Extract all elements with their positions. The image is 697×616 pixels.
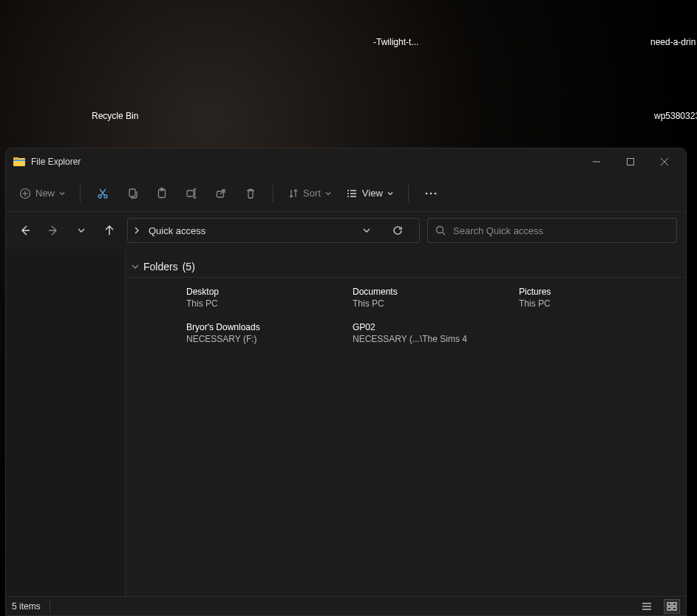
separator [273,185,273,202]
rename-button[interactable] [178,180,205,207]
file-explorer-window: File Explorer New [5,148,687,616]
paste-button[interactable] [149,180,175,207]
close-button[interactable] [647,150,681,174]
chevron-down-icon [59,191,65,196]
chevron-right-icon [134,227,140,234]
address-dropdown-button[interactable] [363,227,384,234]
paste-icon [156,188,168,199]
sort-button[interactable]: Sort [282,180,337,207]
svg-rect-17 [187,191,194,196]
minimize-button[interactable] [579,150,613,174]
svg-rect-37 [667,603,671,606]
chevron-down-icon [325,191,331,196]
more-icon [425,192,437,195]
search-icon [435,225,446,236]
folder-grid: Desktop This PC Documents This PC Pictur… [126,282,686,344]
folder-location: NECESSARY (F:) [186,334,353,344]
breadcrumb-location[interactable]: Quick access [149,225,205,236]
svg-point-29 [426,192,428,194]
chevron-down-icon [132,263,139,270]
desktop-icon-label[interactable]: wp5380323 [654,111,697,121]
sort-icon [288,188,299,199]
svg-rect-40 [673,607,676,610]
chevron-down-icon [363,227,370,234]
svg-point-25 [347,193,349,194]
svg-point-11 [104,195,107,198]
chevron-down-icon [78,227,85,234]
content-pane[interactable]: Folders (5) Desktop This PC Documents Th… [126,249,686,596]
folder-item[interactable]: Pictures This PC [519,287,685,309]
search-input[interactable] [453,225,669,236]
chevron-down-icon [387,191,393,196]
folder-item[interactable]: Bryor's Downloads NECESSARY (F:) [186,322,353,344]
desktop-icon-label[interactable]: need-a-drin [650,37,696,47]
file-explorer-icon [13,156,25,168]
view-label: View [362,188,383,199]
forward-button[interactable] [43,220,64,241]
copy-button[interactable] [119,180,146,207]
explorer-body: Folders (5) Desktop This PC Documents Th… [6,249,686,596]
search-box[interactable] [427,218,677,243]
folder-item[interactable]: GP02 NECESSARY (...\The Sims 4 [353,322,519,344]
svg-line-33 [443,233,446,236]
more-button[interactable] [418,180,444,207]
desktop-icon-label[interactable]: -Twilight-t... [373,37,418,47]
arrow-up-icon [103,225,115,236]
svg-point-32 [437,227,443,233]
arrow-right-icon [47,225,59,236]
view-button[interactable]: View [340,180,399,207]
refresh-button[interactable] [392,225,413,236]
svg-point-10 [98,195,101,198]
group-header-folders[interactable]: Folders (5) [126,258,686,278]
arrow-left-icon [19,225,31,236]
desktop-icon-label[interactable]: Recycle Bin [92,111,138,121]
folder-name: Bryor's Downloads [186,322,353,332]
svg-rect-39 [667,607,671,610]
folder-name: GP02 [353,322,519,332]
svg-point-31 [435,192,437,194]
folder-item[interactable]: Desktop This PC [186,287,353,309]
status-bar: 5 items [6,596,686,615]
copy-icon [126,188,138,199]
svg-rect-38 [673,603,676,606]
refresh-icon [392,225,403,236]
separator [408,185,409,202]
svg-rect-4 [628,159,634,165]
recent-locations-button[interactable] [71,220,92,241]
folder-name: Desktop [186,287,353,297]
svg-rect-2 [13,160,25,161]
rename-icon [186,188,197,199]
thumbnails-view-toggle[interactable] [664,599,680,614]
sort-label: Sort [303,188,321,199]
svg-point-23 [347,190,349,191]
maximize-button[interactable] [613,150,647,174]
svg-point-30 [430,192,432,194]
svg-rect-1 [13,157,18,160]
new-button[interactable]: New [13,180,71,207]
item-count: 5 items [12,601,41,612]
cut-icon [97,188,109,199]
folder-location: This PC [353,298,519,309]
folder-item[interactable]: Documents This PC [353,287,519,309]
share-button[interactable] [208,180,234,207]
svg-point-27 [347,196,349,197]
group-label: Folders [143,261,178,273]
delete-button[interactable] [237,180,264,207]
grid-icon [667,602,677,611]
cut-button[interactable] [89,180,116,207]
folder-name: Pictures [519,287,685,297]
up-button[interactable] [99,220,120,241]
folder-name: Documents [353,287,519,297]
plus-circle-icon [19,188,31,199]
back-button[interactable] [15,220,35,241]
navigation-pane[interactable] [6,249,126,596]
folder-location: NECESSARY (...\The Sims 4 [353,334,519,344]
details-icon [642,602,652,611]
titlebar[interactable]: File Explorer [6,148,686,175]
folder-location: This PC [519,298,685,309]
svg-rect-14 [129,189,135,196]
address-bar[interactable]: Quick access [127,218,420,243]
command-bar: New Sort View [6,175,686,212]
new-label: New [35,188,55,199]
details-view-toggle[interactable] [639,599,655,614]
